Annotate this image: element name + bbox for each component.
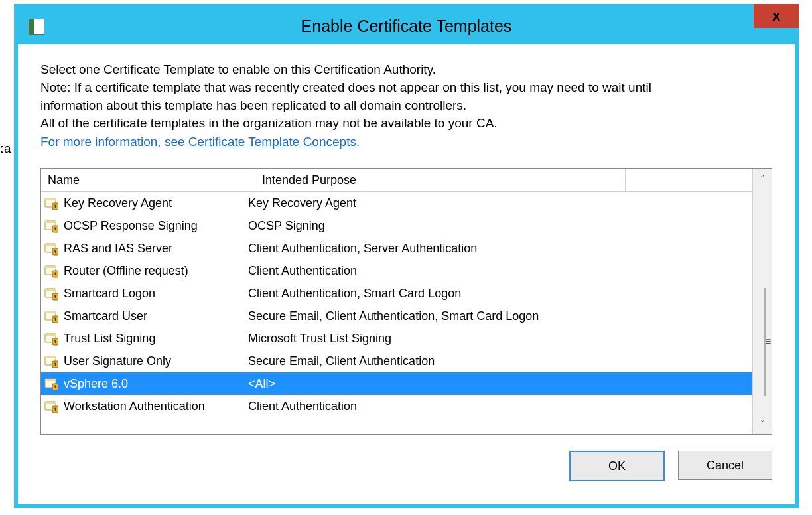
certificate-icon — [44, 241, 58, 256]
cell-name: Smartcard User — [64, 309, 248, 323]
help-link-line: For more information, see Certificate Te… — [40, 132, 772, 152]
cell-purpose: Client Authentication — [248, 400, 752, 413]
column-header-spacer[interactable] — [626, 169, 752, 191]
certificate-icon — [44, 376, 58, 391]
svg-rect-21 — [45, 289, 56, 291]
cell-name: Router (Offline request) — [64, 264, 248, 278]
table-row[interactable]: Smartcard UserSecure Email, Client Authe… — [41, 305, 752, 327]
cell-purpose: Client Authentication, Smart Card Logon — [248, 287, 752, 301]
cell-purpose: OCSP Signing — [248, 219, 752, 233]
list-header: Name Intended Purpose — [41, 169, 752, 192]
table-row[interactable]: User Signature OnlySecure Email, Client … — [41, 350, 752, 372]
cell-name: RAS and IAS Server — [64, 242, 248, 256]
svg-rect-24 — [55, 296, 56, 298]
svg-rect-39 — [55, 364, 56, 366]
cell-name: OCSP Response Signing — [64, 219, 248, 233]
stray-text: ːa — [0, 141, 11, 156]
svg-rect-26 — [45, 311, 56, 313]
svg-rect-1 — [45, 198, 56, 200]
cell-purpose: Client Authentication, Server Authentica… — [248, 242, 752, 256]
table-row[interactable]: vSphere 6.0<All> — [41, 372, 752, 395]
certificate-icon — [44, 196, 58, 210]
cell-name: Key Recovery Agent — [64, 196, 248, 210]
cell-name: Trust List Signing — [64, 332, 248, 346]
blurb-line: information about this template has been… — [40, 96, 772, 114]
list-body: Key Recovery AgentKey Recovery Agent OCS… — [41, 192, 752, 434]
svg-rect-19 — [55, 273, 56, 275]
certificate-icon — [44, 309, 58, 323]
svg-rect-6 — [45, 221, 56, 223]
cell-purpose: Secure Email, Client Authentication — [248, 354, 752, 368]
svg-rect-16 — [45, 266, 56, 268]
svg-rect-29 — [55, 319, 56, 321]
svg-rect-14 — [55, 251, 56, 253]
template-list: Name Intended Purpose Key Recovery Agent… — [40, 168, 772, 435]
certificate-icon — [44, 286, 58, 301]
blurb-line: Select one Certificate Template to enabl… — [40, 60, 772, 78]
table-row[interactable]: Key Recovery AgentKey Recovery Agent — [41, 192, 752, 214]
cell-name: User Signature Only — [64, 354, 248, 368]
cell-name: Smartcard Logon — [64, 287, 248, 301]
window-title: Enable Certificate Templates — [18, 17, 795, 36]
column-header-purpose[interactable]: Intended Purpose — [255, 169, 626, 191]
table-row[interactable]: RAS and IAS ServerClient Authentication,… — [41, 237, 752, 259]
svg-rect-36 — [45, 356, 56, 358]
cell-purpose: Key Recovery Agent — [248, 196, 752, 210]
certificate-icon — [44, 354, 58, 368]
scrollbar[interactable]: ˄ ≡ ˅ — [752, 169, 772, 434]
close-icon: x — [772, 7, 780, 25]
column-header-name[interactable]: Name — [41, 169, 255, 191]
svg-rect-11 — [45, 244, 56, 246]
help-link[interactable]: Certificate Template Concepts. — [188, 135, 360, 149]
blurb-line: All of the certificate templates in the … — [40, 114, 772, 132]
cancel-button[interactable]: Cancel — [678, 451, 772, 480]
close-button[interactable]: x — [754, 4, 799, 28]
instructions-text: Select one Certificate Template to enabl… — [40, 60, 772, 132]
ok-button[interactable]: OK — [569, 451, 665, 481]
svg-rect-9 — [55, 228, 56, 230]
blurb-line: Note: If a certificate template that was… — [40, 78, 772, 96]
svg-rect-44 — [55, 386, 56, 388]
cell-purpose: Client Authentication — [248, 264, 752, 278]
cell-name: Workstation Authentication — [64, 400, 248, 413]
certificate-icon — [44, 331, 58, 346]
cell-purpose: Secure Email, Client Authentication, Sma… — [248, 309, 752, 323]
titlebar: Enable Certificate Templates x — [18, 8, 795, 44]
table-row[interactable]: OCSP Response SigningOCSP Signing — [41, 214, 752, 237]
scroll-down-button[interactable]: ˅ — [753, 414, 772, 434]
table-row[interactable]: Router (Offline request)Client Authentic… — [41, 259, 752, 282]
table-row[interactable]: Trust List SigningMicrosoft Trust List S… — [41, 327, 752, 350]
content-area: Select one Certificate Template to enabl… — [18, 44, 795, 435]
table-row[interactable]: Workstation AuthenticationClient Authent… — [41, 395, 752, 417]
table-row[interactable]: Smartcard LogonClient Authentication, Sm… — [41, 282, 752, 305]
scroll-thumb[interactable]: ≡ — [764, 288, 766, 396]
dialog-buttons: OK Cancel — [18, 435, 795, 481]
scroll-up-button[interactable]: ˄ — [753, 169, 772, 188]
svg-rect-4 — [55, 206, 56, 208]
list-main: Name Intended Purpose Key Recovery Agent… — [41, 169, 752, 434]
svg-rect-46 — [45, 402, 56, 404]
cell-purpose: Microsoft Trust List Signing — [248, 332, 752, 346]
svg-rect-49 — [55, 409, 56, 411]
dialog-window: Enable Certificate Templates x Select on… — [14, 4, 799, 508]
svg-rect-41 — [45, 379, 56, 381]
certificate-icon — [44, 263, 58, 278]
certificate-icon — [44, 399, 58, 413]
cell-name: vSphere 6.0 — [64, 377, 248, 391]
cell-purpose: <All> — [248, 377, 752, 391]
svg-rect-34 — [55, 341, 56, 343]
app-icon — [29, 19, 44, 35]
svg-rect-31 — [45, 334, 56, 336]
help-link-prefix: For more information, see — [40, 135, 188, 149]
certificate-icon — [44, 218, 58, 233]
